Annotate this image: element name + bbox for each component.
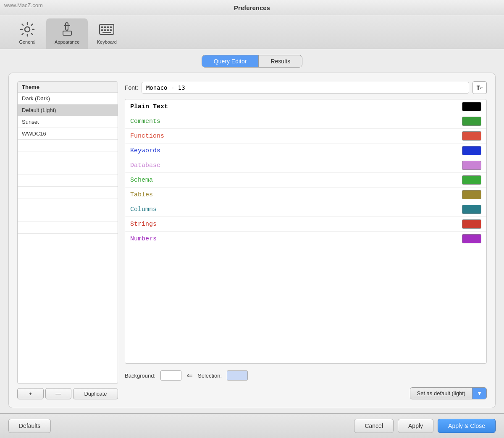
syntax-row-tables: Tables [125,188,486,202]
syntax-row-comments: Comments [125,114,486,129]
color-swatch-numbers[interactable] [462,234,481,243]
syntax-row-database: Database [125,158,486,173]
syntax-label-schema: Schema [130,177,153,184]
color-swatch-database[interactable] [462,161,481,170]
selection-swatch[interactable] [227,370,248,381]
syntax-label-strings: Strings [130,221,157,228]
svg-rect-7 [104,26,106,28]
add-theme-button[interactable]: + [17,388,44,399]
syntax-label-functions: Functions [130,133,164,140]
color-swatch-strings[interactable] [462,219,481,229]
theme-item-empty-5 [18,187,118,198]
theme-section: Theme Dark (Dark) Default (Light) Sunset… [17,81,118,399]
apply-button[interactable]: Apply [398,419,433,433]
toolbar-appearance-label: Appearance [55,39,79,44]
theme-item-empty-1 [18,140,118,151]
theme-item-empty-4 [18,175,118,187]
svg-rect-6 [101,26,103,28]
svg-rect-1 [66,23,68,30]
syntax-list: Plain Text Comments Functions [125,99,487,364]
font-field[interactable] [142,82,469,94]
syntax-row-columns: Columns [125,202,486,217]
general-icon [19,21,36,38]
color-swatch-tables[interactable] [462,190,481,199]
bg-sel-row: Background: ⇐ Selection: [125,368,487,383]
toolbar-general-label: General [19,39,35,44]
set-default-button[interactable]: Set as default (light) [410,388,473,399]
theme-item-empty-3 [18,163,118,175]
svg-point-0 [25,27,30,32]
appearance-icon [59,21,76,38]
theme-list-header: Theme [18,82,118,93]
background-swatch[interactable] [160,370,181,381]
svg-rect-11 [104,29,106,31]
font-label: Font: [125,84,138,91]
color-swatch-columns[interactable] [462,205,481,214]
theme-item-empty-7 [18,210,118,222]
bottom-bar: Defaults Cancel Apply Apply & Close [0,413,504,438]
svg-rect-12 [107,29,109,31]
syntax-label-comments: Comments [130,118,160,125]
theme-item-sunset[interactable]: Sunset [18,116,118,128]
main-content: Query Editor Results Theme Dark (Dark) D… [0,49,504,413]
theme-item-dark[interactable]: Dark (Dark) [18,93,118,104]
syntax-row-numbers: Numbers [125,232,486,246]
tab-results[interactable]: Results [259,55,302,67]
theme-item-empty-2 [18,151,118,163]
toolbar-appearance[interactable]: Appearance [46,18,88,49]
syntax-label-keywords: Keywords [130,147,160,154]
theme-item-default[interactable]: Default (Light) [18,104,118,116]
syntax-row-schema: Schema [125,173,486,188]
syntax-label-numbers: Numbers [130,235,157,242]
color-swatch-plain-text[interactable] [462,102,481,111]
swap-arrow-icon[interactable]: ⇐ [186,371,193,380]
syntax-label-database: Database [130,162,160,169]
color-swatch-keywords[interactable] [462,146,481,155]
set-default-arrow-button[interactable]: ▼ [472,388,486,399]
theme-actions: + — Duplicate [17,388,118,399]
svg-rect-13 [110,29,112,31]
defaults-button[interactable]: Defaults [8,419,51,433]
default-btn-group: Set as default (light) ▼ [410,387,487,399]
syntax-section: Font: T ⌐ Plain Text Co [125,81,487,399]
font-row: Font: T ⌐ [125,81,487,94]
toolbar-keyboard-label: Keyboard [97,39,117,44]
duplicate-theme-button[interactable]: Duplicate [73,388,118,399]
syntax-label-tables: Tables [130,191,153,198]
tabs-area: Query Editor Results [0,49,504,68]
syntax-row-functions: Functions [125,129,486,143]
svg-rect-3 [63,31,71,35]
syntax-row-plain-text: Plain Text [125,99,486,114]
color-swatch-comments[interactable] [462,117,481,126]
tab-group: Query Editor Results [202,55,302,68]
window-title: Preferences [234,4,270,11]
toolbar: General Appearance [0,15,504,49]
cancel-button[interactable]: Cancel [354,419,394,433]
remove-theme-button[interactable]: — [45,388,72,399]
theme-item-empty-6 [18,198,118,210]
svg-rect-10 [101,29,103,31]
theme-item-wwdc16[interactable]: WWDC16 [18,128,118,140]
theme-list-container: Theme Dark (Dark) Default (Light) Sunset… [17,81,118,384]
keyboard-icon [98,21,115,38]
toolbar-general[interactable]: General [8,18,46,49]
toolbar-keyboard[interactable]: Keyboard [88,18,126,49]
apply-close-button[interactable]: Apply & Close [438,419,496,433]
color-swatch-functions[interactable] [462,131,481,141]
theme-item-empty-8 [18,222,118,234]
syntax-row-keywords: Keywords [125,143,486,158]
svg-rect-8 [107,26,109,28]
font-picker-icon: T [476,84,480,91]
svg-rect-14 [102,32,111,33]
font-picker-button[interactable]: T ⌐ [472,81,487,94]
font-picker-bracket: ⌐ [480,85,483,91]
syntax-label-plain-text: Plain Text [130,103,168,110]
title-bar: www.MacZ.com Preferences [0,0,504,15]
syntax-label-columns: Columns [130,206,157,213]
tab-query-editor[interactable]: Query Editor [202,55,259,67]
panel: Theme Dark (Dark) Default (Light) Sunset… [8,73,496,408]
chevron-down-icon: ▼ [477,390,482,396]
color-swatch-schema[interactable] [462,175,481,185]
background-label: Background: [125,373,155,379]
panel-inner: Theme Dark (Dark) Default (Light) Sunset… [17,81,487,399]
